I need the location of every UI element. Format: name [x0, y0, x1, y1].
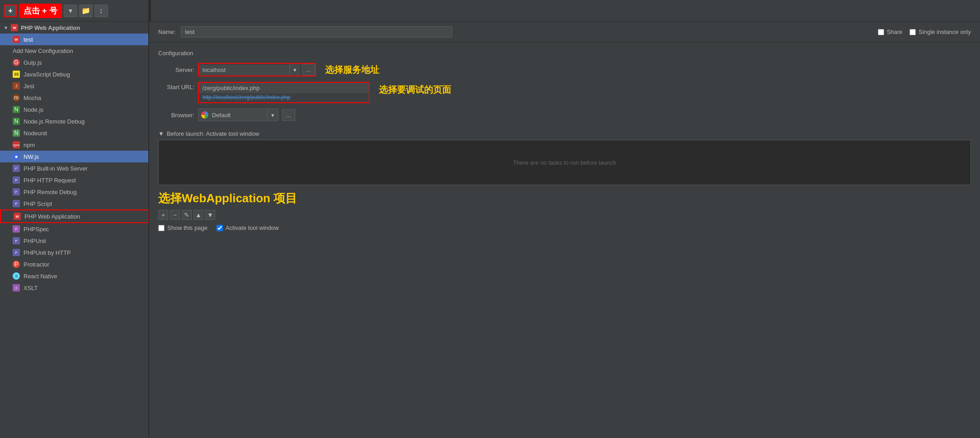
config-header: Name: Share Single instance only [149, 22, 980, 43]
share-area: Share Single instance only [878, 29, 971, 35]
gulp-icon: G [13, 59, 20, 66]
sidebar-item-php-remote[interactable]: P PHP Remote Debug [0, 186, 149, 198]
npm-icon: npm [13, 141, 20, 148]
before-launch-section: ▼ Before launch: Activate tool window Th… [158, 130, 971, 231]
sidebar-item-js-debug[interactable]: JS JavaScript Debug [0, 68, 149, 80]
php-script-icon: P [13, 200, 20, 207]
start-url-row: Start URL: http://localhost/zerg/public/… [158, 82, 971, 103]
sidebar-item-protractor[interactable]: P Protractor [0, 258, 149, 270]
section-title: Configuration [158, 50, 971, 57]
main-area: ▼ W PHP Web Application W test Add New C… [0, 22, 980, 438]
server-ellipsis-button[interactable]: ... [302, 64, 315, 76]
sidebar-label-php-remote: PHP Remote Debug [24, 189, 77, 195]
sidebar-label-nodejs: Node.js [24, 106, 43, 113]
toolbar: + 点击 + 号 ▾ 📁 ↕ [0, 0, 980, 22]
activate-window-checkbox[interactable] [217, 225, 223, 231]
server-annotation: 选择服务地址 [325, 64, 379, 76]
sidebar: ▼ W PHP Web Application W test Add New C… [0, 22, 149, 438]
php-remote-icon: P [13, 188, 20, 195]
browser-input[interactable] [208, 110, 267, 120]
sidebar-label-phpunit-http: PHPUnit by HTTP [24, 249, 71, 256]
php-web-icon: W [11, 24, 18, 31]
sidebar-item-php-builtin[interactable]: P PHP Built-in Web Server [0, 162, 149, 174]
sidebar-item-jest[interactable]: J Jest [0, 80, 149, 92]
share-label: Share [887, 29, 903, 35]
sidebar-label-nwjs: NW.js [24, 153, 39, 160]
before-launch-arrow-icon: ▼ [158, 130, 164, 137]
sidebar-label-phpspec: PHPSpec [24, 226, 49, 233]
sidebar-item-nwjs[interactable]: ● NW.js [0, 151, 149, 162]
show-page-group: Show this page [158, 224, 207, 231]
sidebar-label-gulp: Gulp.js [24, 59, 42, 66]
launch-remove-button[interactable]: − [170, 210, 180, 220]
url-hint: http://localhost/zerg/public/index.php [199, 93, 369, 102]
sidebar-label-npm: npm [24, 142, 35, 148]
browser-ellipsis-button[interactable]: ... [282, 109, 295, 121]
sidebar-item-test[interactable]: W test [0, 33, 149, 45]
php-builtin-icon: P [13, 165, 20, 172]
sidebar-item-nodejs-remote[interactable]: N Node.js Remote Debug [0, 115, 149, 127]
sidebar-item-mocha[interactable]: m Mocha [0, 92, 149, 104]
sidebar-item-add-new[interactable]: Add New Configuration [0, 45, 149, 57]
sidebar-label-php-web: PHP Web Application [24, 213, 80, 220]
before-launch-title: Before launch: Activate tool window [167, 130, 259, 137]
bottom-checkboxes: Show this page Activate tool window [158, 224, 971, 231]
sort-button[interactable]: ↕ [94, 5, 108, 17]
sidebar-item-php-script[interactable]: P PHP Script [0, 198, 149, 209]
protractor-icon: P [13, 261, 20, 268]
launch-up-button[interactable]: ▲ [193, 210, 203, 220]
tooltip-annotation: 点击 + 号 [19, 4, 62, 18]
test-label: test [24, 36, 33, 43]
nwjs-icon: ● [13, 153, 20, 160]
config-body: Configuration Server: ▾ ... 选择服务地址 Start… [149, 43, 980, 438]
server-label: Server: [158, 67, 194, 73]
browser-group: ▾ ... [198, 109, 295, 121]
share-checkbox[interactable] [878, 29, 884, 35]
group-arrow-icon: ▼ [4, 25, 8, 30]
phpunit-icon: P [13, 237, 20, 244]
name-input[interactable] [181, 26, 452, 38]
single-instance-label: Single instance only [919, 29, 971, 35]
no-tasks-message: There are no tasks to run before launch [513, 159, 616, 166]
sidebar-label-phpunit: PHPUnit [24, 238, 46, 244]
sidebar-item-phpunit-http[interactable]: P PHPUnit by HTTP [0, 247, 149, 258]
sidebar-item-nodejs[interactable]: N Node.js [0, 104, 149, 115]
start-url-input[interactable] [199, 83, 369, 93]
launch-add-button[interactable]: + [158, 210, 168, 220]
server-dropdown-button[interactable]: ▾ [289, 64, 300, 76]
chrome-icon [201, 111, 208, 119]
folder-button[interactable]: 📁 [79, 5, 93, 17]
sidebar-item-npm[interactable]: npm npm [0, 139, 149, 151]
mocha-icon: m [13, 94, 20, 101]
nodejs-icon: N [13, 106, 20, 113]
nodeunit-icon: N [13, 129, 20, 137]
sidebar-label-xslt: XSLT [24, 285, 38, 291]
launch-toolbar: + − ✎ ▲ ▼ [158, 210, 971, 220]
sidebar-item-php-http[interactable]: P PHP HTTP Request [0, 174, 149, 186]
dropdown-button[interactable]: ▾ [64, 5, 77, 17]
phpspec-icon: P [13, 225, 20, 233]
sidebar-item-react-native[interactable]: ⚛ React Native [0, 270, 149, 282]
launch-edit-button[interactable]: ✎ [182, 210, 192, 220]
sidebar-label-nodeunit: Nodeunit [24, 130, 47, 137]
server-input[interactable] [199, 65, 289, 75]
sidebar-group-header[interactable]: ▼ W PHP Web Application [0, 22, 149, 33]
sidebar-item-nodeunit[interactable]: N Nodeunit [0, 127, 149, 139]
before-launch-header[interactable]: ▼ Before launch: Activate tool window [158, 130, 971, 137]
webapp-annotation: 选择WebApplication 项目 [158, 190, 971, 206]
sidebar-item-phpunit[interactable]: P PHPUnit [0, 235, 149, 247]
sidebar-item-gulp[interactable]: G Gulp.js [0, 57, 149, 68]
launch-down-button[interactable]: ▼ [205, 210, 215, 220]
sidebar-label-php-script: PHP Script [24, 200, 52, 207]
add-new-label: Add New Configuration [13, 48, 73, 54]
sidebar-label-jest: Jest [24, 83, 34, 90]
phpunit-http-icon: P [13, 249, 20, 256]
sidebar-item-php-web[interactable]: W PHP Web Application [0, 209, 149, 223]
sidebar-item-xslt[interactable]: X XSLT [0, 282, 149, 294]
php-web-app-icon: W [14, 213, 21, 220]
add-config-button[interactable]: + [4, 5, 17, 17]
show-page-checkbox[interactable] [158, 225, 165, 231]
single-instance-checkbox[interactable] [909, 29, 916, 35]
browser-dropdown-button[interactable]: ▾ [267, 109, 278, 121]
sidebar-item-phpspec[interactable]: P PHPSpec [0, 223, 149, 235]
